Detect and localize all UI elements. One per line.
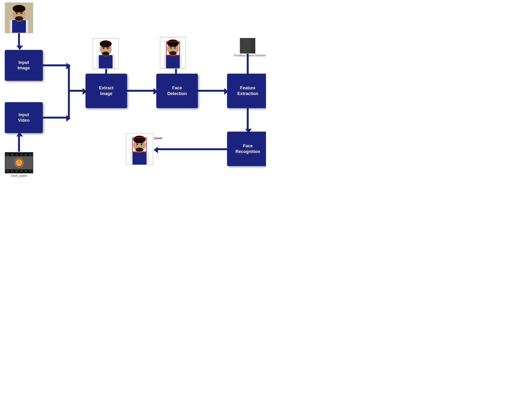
svg-rect-40 [106,47,109,48]
feature-extraction-label1: Feature [237,85,258,91]
svg-text:0.23 0.89 -0.45 0.34: 0.23 0.89 -0.45 0.34 [240,52,250,53]
svg-rect-50 [170,46,173,47]
svg-rect-23 [29,170,31,172]
svg-point-46 [167,40,179,47]
svg-text:-0.67 0.34 0.78 0.23: -0.67 0.34 0.78 0.23 [240,46,250,47]
svg-rect-10 [20,12,23,12]
arrow-head-encodings [245,74,252,78]
extract-person-image [93,38,119,69]
input-person-image [5,2,33,33]
arrow-recog-to-output [158,148,227,150]
face-detection-person-image [160,37,186,69]
svg-rect-19 [11,170,13,172]
arrow-head-recog-output [154,146,158,153]
person-name-label: Zamir [154,136,162,140]
input-image-box: Input Image [5,50,43,81]
svg-point-35 [100,40,112,47]
svg-text:0.45 -0.12 0.34 -0.56: 0.45 -0.12 0.34 -0.56 [240,47,251,48]
feature-extraction-label2: Extraction [237,91,258,96]
svg-rect-21 [20,170,22,172]
svg-point-71 [133,136,146,143]
svg-rect-43 [166,55,180,68]
input-video-box: Input Video [5,102,43,133]
arrow-head-extract-person [103,74,110,78]
arrow-face-to-feature [198,90,225,92]
arrow-extract-to-face [127,90,154,92]
extract-image-box: Extract Image [85,74,127,108]
svg-rect-2 [12,20,26,33]
svg-rect-39 [102,47,105,48]
svg-rect-15 [20,154,22,156]
svg-rect-18 [6,170,9,172]
arrow-junction-to-extract [68,90,84,92]
svg-point-37 [103,48,104,49]
arrow-head-input-video-merge [66,115,71,122]
svg-rect-9 [15,12,19,12]
video-filename-label: lunch_scene [5,174,33,177]
extract-image-label1: Extract [99,85,113,91]
arrow-head-input-image-merge [66,63,71,69]
svg-rect-68 [133,152,146,165]
feature-extraction-box: Feature Extraction [227,74,266,108]
svg-point-7 [16,13,18,14]
arrow-head-video-up [16,132,23,136]
svg-rect-22 [25,170,27,172]
svg-rect-75 [136,143,139,143]
face-recognition-box: Face Recognition [227,132,266,166]
input-image-label1: Input [18,60,30,65]
svg-point-38 [107,48,109,49]
svg-text:0.89 0.23 -0.45 0.12: 0.89 0.23 -0.45 0.12 [240,45,250,46]
diagram-container: Input Image Input Video [0,0,266,208]
svg-text:0.12 -0.34 0.56 -0.78: 0.12 -0.34 0.56 -0.78 [240,43,251,44]
extract-image-label2: Image [99,91,113,96]
svg-point-29 [18,160,20,162]
input-image-label2: Image [18,65,30,71]
face-recognition-label2: Recognition [235,149,260,155]
svg-rect-12 [6,154,9,156]
svg-rect-32 [99,55,113,68]
arrow-head-person-input [16,46,23,50]
svg-rect-13 [11,154,13,156]
svg-text:0.78 0.67 0.12 -0.34: 0.78 0.67 0.12 -0.34 [240,48,250,49]
arrow-person-to-input [18,33,20,46]
svg-point-49 [174,47,176,49]
face-detection-box: Face Detection [156,74,198,108]
input-video-label2: Video [18,118,30,123]
video-thumbnail [5,152,33,173]
svg-point-5 [13,5,25,12]
arrow-feature-to-recog [247,108,249,129]
svg-text:-0.34 0.78 0.23 -0.12: -0.34 0.78 0.23 -0.12 [240,40,251,41]
svg-text:0.56 0.11 -0.89 0.34: 0.56 0.11 -0.89 0.34 [240,41,250,42]
svg-rect-51 [174,46,176,47]
face-detection-label2: Detection [167,91,187,96]
svg-rect-76 [140,143,143,143]
svg-text:0.34 -0.78 0.56 0.11: 0.34 -0.78 0.56 0.11 [240,51,250,52]
svg-point-36 [102,52,110,56]
arrow-encodings-down [247,54,249,75]
output-person-image [126,133,153,165]
svg-text:-0.89 0.45 -0.23 0.67: -0.89 0.45 -0.23 0.67 [240,49,251,50]
arrow-input-image-h [43,64,69,66]
svg-point-74 [141,144,143,145]
arrow-head-face-person [173,74,180,78]
svg-rect-20 [16,170,18,172]
input-video-label1: Input [18,112,30,118]
svg-text:0.23 -0.45 0.12 0.67: 0.23 -0.45 0.12 0.67 [240,39,250,40]
arrow-input-video-h [43,117,69,119]
svg-text:-0.23 0.45 0.67 0.89: -0.23 0.45 0.67 0.89 [240,42,250,43]
svg-point-6 [15,16,23,21]
svg-rect-17 [29,154,31,156]
encodings-image: 0.23 -0.45 0.12 0.67 -0.34 0.78 0.23 -0.… [240,38,255,53]
svg-point-47 [169,51,177,55]
svg-rect-14 [16,154,18,156]
svg-rect-16 [25,154,27,156]
svg-point-8 [20,13,22,14]
svg-point-48 [170,47,172,49]
face-recognition-label1: Face [235,143,260,149]
encodings-label: Encodings (Feature Extraction) [234,54,266,57]
svg-point-72 [136,147,143,152]
svg-point-73 [136,144,138,145]
face-detection-label1: Face [167,85,187,91]
